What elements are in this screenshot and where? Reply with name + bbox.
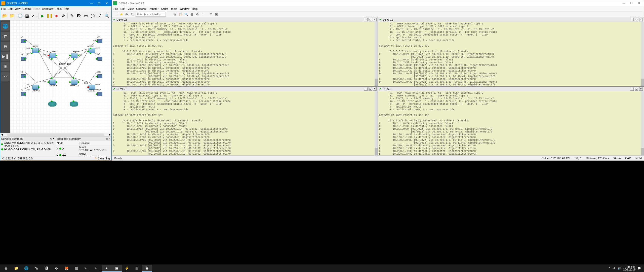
menu-help[interactable]: Help [64,7,69,10]
node-vpcs-d[interactable] [20,92,27,97]
scrollbar[interactable] [375,91,378,155]
terminal[interactable]: N1 - OSPF NSSA external type 1, N2 - OSP… [378,91,644,155]
scrollbar[interactable] [375,22,378,86]
stop-all-icon[interactable]: ■ [54,13,60,19]
cloud-2[interactable] [70,101,78,107]
warning-icon[interactable]: ⚠ [94,157,97,160]
close-button[interactable]: ✕ [635,1,643,6]
node-dsw1[interactable] [49,53,56,59]
menu-window[interactable]: Window [180,7,189,10]
quick-connect-icon[interactable]: ⚡ [119,12,124,17]
print-icon[interactable]: 🖨 [189,12,194,17]
photos-icon[interactable]: 🖼 [41,265,51,272]
security-category-icon[interactable]: ▶❚ [1,52,10,61]
firefox-icon[interactable]: 🦊 [61,265,71,272]
minimize-pane-icon[interactable]: — [630,87,634,91]
reconnect-icon[interactable]: ↻ [130,12,135,17]
close-pane-icon[interactable]: ✕ [373,87,377,91]
topo-row[interactable]: ▸Atelnet 192.168.40.129:5008 [56,145,111,152]
system-tray[interactable]: ⌃ 🖧 🔊 7:48 PM 10/8/2019 💬 [609,265,643,271]
connect-icon[interactable]: 🖧 [125,12,129,17]
menu-annotate[interactable]: Annotate [42,7,53,10]
toggle-icon[interactable]: ▣ [214,12,219,17]
menu-control[interactable]: Control [22,7,31,10]
minimize-pane-icon[interactable]: — [364,87,368,91]
console-icon[interactable]: >_ [31,13,37,19]
edge-icon[interactable]: 🌐 [21,265,31,272]
scrollbar[interactable] [641,91,644,155]
snapshot-icon[interactable]: 🕓 [17,13,23,19]
new-project-icon[interactable]: 📂 [2,13,8,19]
store-icon[interactable]: 🛍 [31,265,41,272]
topo-row[interactable]: ▸AAtelnet 192.168.40.129:5028 [56,152,111,156]
terminal[interactable]: N1 - OSPF NSSA external type 1, N2 - OSP… [112,22,378,86]
settings-icon[interactable]: ⚙ [51,265,61,272]
find-icon[interactable]: 🔍 [184,12,188,17]
routers-category-icon[interactable]: 🌐 [1,22,10,30]
canvas-scrollbar[interactable]: ◀▶ [0,133,111,136]
gns3-titlebar[interactable]: test123 - GNS3 — ☐ ✕ [0,0,111,6]
menu-file[interactable]: File [113,7,118,10]
session-tab[interactable]: ✔ DSW-1 — ☐ ✕ [378,87,644,91]
paste-icon[interactable]: 📋 [178,12,183,17]
notifications-icon[interactable]: 💬 [637,267,641,270]
clock[interactable]: 7:48 PM 10/8/2019 [623,265,635,271]
open-project-icon[interactable]: 📁 [9,13,15,19]
network-icon[interactable]: 🖧 [613,267,616,270]
copy-icon[interactable]: ⎘ [173,12,177,17]
app2-icon[interactable]: ● [102,265,112,272]
file-explorer-icon[interactable]: 📁 [11,265,21,272]
menu-view[interactable]: View [15,7,21,10]
terminal[interactable]: N1 - OSPF NSSA external type 1, N2 - OSP… [112,91,378,155]
minimize-pane-icon[interactable]: — [364,18,368,21]
undock-icon[interactable]: ⧉ [106,137,108,140]
menu-tools[interactable]: Tools [55,7,62,10]
node-vpcs-dd[interactable] [96,92,103,97]
node-vpcs-c[interactable] [20,74,27,80]
session-tab[interactable]: ✔ DSW-2 — ☐ ✕ [112,87,378,91]
server-row[interactable]: GNS3 VM (GNS3 VM 2.1.21) CPU 5.6%, RAM 1… [0,141,56,148]
node-asw11[interactable] [88,48,95,54]
maximize-pane-icon[interactable]: ☐ [635,18,638,21]
volume-icon[interactable]: 🔊 [618,267,621,270]
maximize-pane-icon[interactable]: ☐ [369,18,372,21]
end-devices-category-icon[interactable]: 🖥 [1,42,10,51]
undock-icon[interactable]: ⧉ [50,137,52,140]
terminal-icon[interactable]: >_ [82,265,92,272]
app-icon[interactable]: ▦ [71,265,82,272]
node-dsw11[interactable] [71,53,78,59]
minimize-pane-icon[interactable]: — [630,18,634,21]
menu-tools[interactable]: Tools [171,7,177,10]
node-vpcs-cc[interactable] [96,74,103,80]
menu-view[interactable]: View [128,7,134,10]
terminal2-icon[interactable]: >_ [92,265,102,272]
zoom-icon[interactable]: 🔍 [104,13,110,19]
session-tab[interactable]: ✔ DSW-11 — ☐ ✕ [378,17,644,22]
edit-icon[interactable]: ✎ [69,13,75,19]
node-vpcs-bb[interactable] [96,57,103,62]
menu-script[interactable]: Script [161,7,168,10]
node-vpcs-aa[interactable] [96,39,103,45]
topology-canvas[interactable]: A e0 B e0 AA e0 BB C D CC DD A [10,20,111,133]
close-panel-icon[interactable]: ✕ [52,137,55,140]
ellipse-icon[interactable]: ◯ [90,13,96,19]
all-devices-category-icon[interactable]: ✳ [1,62,10,71]
session-tab[interactable]: ✔ DSW-22 — ☐ ✕ [112,17,378,22]
add-link-icon[interactable]: 〰 [1,72,10,81]
line-icon[interactable]: ╱ [97,13,103,19]
menu-file[interactable]: File [1,7,6,10]
maximize-pane-icon[interactable]: ☐ [635,87,638,91]
start-button[interactable]: ⊞ [1,265,11,272]
maximize-button[interactable]: ☐ [95,1,103,6]
screenshot-icon[interactable]: 🖼 [76,13,82,19]
chevron-up-icon[interactable]: ⌃ [609,267,611,270]
switches-category-icon[interactable]: ⇄ [1,32,10,41]
close-panel-icon[interactable]: ✕ [108,137,110,140]
start-all-icon[interactable]: ▶ [39,13,46,19]
reload-all-icon[interactable]: ⟳ [60,13,66,19]
securecrt-taskbar-icon[interactable]: ◉ [142,265,152,272]
minimize-button[interactable]: — [620,1,628,6]
app3-icon[interactable]: ▤ [132,265,142,272]
host-input[interactable] [136,12,166,17]
session-options-icon[interactable]: ☰ [200,12,205,17]
